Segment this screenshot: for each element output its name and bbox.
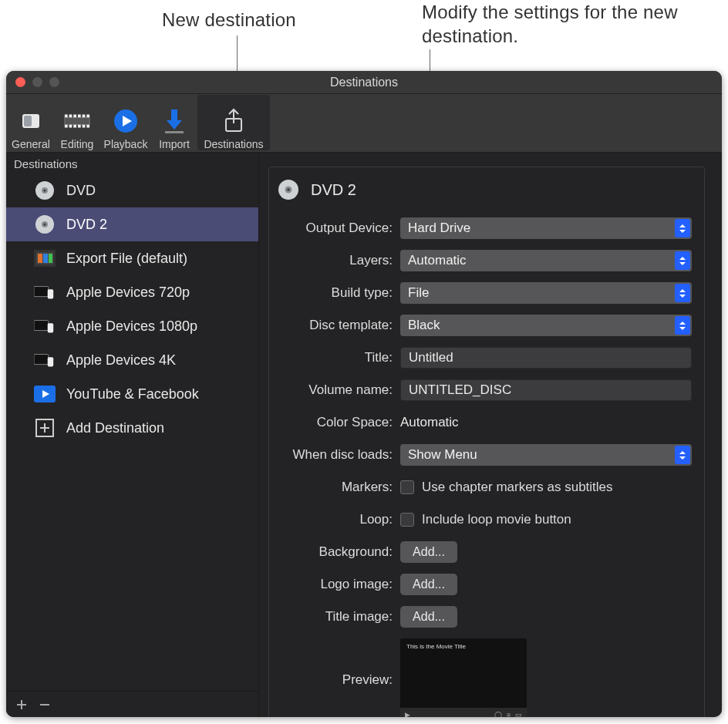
button-add-title-image[interactable]: Add... xyxy=(400,606,457,628)
add-button[interactable] xyxy=(14,697,29,712)
svg-rect-10 xyxy=(65,125,68,128)
tab-label: General xyxy=(12,138,50,150)
svg-rect-36 xyxy=(34,321,49,331)
label-layers: Layers: xyxy=(277,253,400,268)
sidebar-item-label: DVD 2 xyxy=(66,217,107,233)
preview-controls: ▶ ◯ ≡ ▭ xyxy=(400,708,527,717)
button-label: Add... xyxy=(413,578,445,591)
svg-point-50 xyxy=(287,188,290,191)
svg-point-25 xyxy=(44,190,46,192)
select-when-disc-loads[interactable]: Show Menu xyxy=(400,444,692,466)
button-add-background[interactable]: Add... xyxy=(400,541,457,563)
devices-icon xyxy=(34,315,56,337)
label-output-device: Output Device: xyxy=(277,221,400,236)
control-icon: ◯ xyxy=(494,711,502,717)
play-icon: ▶ xyxy=(405,711,410,717)
tab-label: Import xyxy=(159,138,190,150)
tab-general[interactable]: General xyxy=(8,95,54,150)
annotation-modify-settings: Modify the settings for the new destinat… xyxy=(422,0,699,48)
select-layers[interactable]: Automatic xyxy=(400,250,692,271)
svg-rect-6 xyxy=(73,114,76,117)
tab-label: Playback xyxy=(104,138,148,150)
input-volume-name[interactable]: UNTITLED_DISC xyxy=(400,379,692,401)
sidebar-footer xyxy=(6,691,258,717)
label-title: Title: xyxy=(277,350,400,365)
select-value: Show Menu xyxy=(408,447,477,463)
play-circle-icon xyxy=(112,107,140,135)
svg-rect-38 xyxy=(34,355,49,365)
svg-rect-31 xyxy=(38,254,42,263)
svg-rect-9 xyxy=(86,114,89,117)
checkbox-loop[interactable] xyxy=(400,513,414,527)
sidebar-item-dvd-2[interactable]: DVD 2 xyxy=(6,207,258,241)
sidebar-item-export-file[interactable]: Export File (default) xyxy=(6,241,258,275)
select-disc-template[interactable]: Black xyxy=(400,315,692,336)
svg-point-28 xyxy=(44,224,46,226)
control-icon: ▭ xyxy=(515,711,522,717)
svg-rect-7 xyxy=(78,114,81,117)
svg-rect-18 xyxy=(171,109,177,120)
svg-rect-13 xyxy=(78,125,81,128)
sidebar-item-label: Apple Devices 720p xyxy=(66,285,190,301)
label-logo-image: Logo image: xyxy=(277,577,400,592)
select-build-type[interactable]: File xyxy=(400,282,692,304)
svg-rect-37 xyxy=(48,323,53,332)
close-icon[interactable] xyxy=(15,77,25,87)
input-value: Untitled xyxy=(409,350,453,365)
youtube-icon xyxy=(34,383,56,405)
select-value: Automatic xyxy=(408,253,467,268)
label-preview: Preview: xyxy=(277,672,400,688)
sidebar-header: Destinations xyxy=(6,153,258,173)
annotation-new-destination: New destination xyxy=(162,9,332,31)
download-arrow-icon xyxy=(160,107,188,135)
annotation-text: Modify the settings for the new destinat… xyxy=(422,2,678,46)
svg-rect-11 xyxy=(69,125,72,128)
stepper-icon xyxy=(675,446,690,464)
minimize-icon[interactable] xyxy=(32,77,42,87)
select-output-device[interactable]: Hard Drive xyxy=(400,217,692,239)
disc-icon xyxy=(277,178,300,201)
select-value: Hard Drive xyxy=(408,221,470,236)
traffic-lights xyxy=(15,77,59,87)
sidebar: Destinations DVD DVD 2 xyxy=(6,153,259,717)
devices-icon xyxy=(34,349,56,371)
sidebar-item-apple-4k[interactable]: Apple Devices 4K xyxy=(6,343,258,377)
svg-rect-5 xyxy=(69,114,72,117)
label-background: Background: xyxy=(277,544,400,560)
sidebar-item-youtube-facebook[interactable]: YouTube & Facebook xyxy=(6,377,258,411)
label-loop: Loop: xyxy=(277,512,400,527)
tab-playback[interactable]: Playback xyxy=(100,95,151,150)
checkbox-markers[interactable] xyxy=(400,480,414,494)
svg-rect-14 xyxy=(83,125,86,128)
tab-destinations[interactable]: Destinations xyxy=(197,95,270,150)
content-area: Destinations DVD DVD 2 xyxy=(6,153,722,717)
input-title[interactable]: Untitled xyxy=(400,347,692,369)
window-title: Destinations xyxy=(6,76,722,89)
preferences-window: Destinations General Editing Playback Im… xyxy=(6,71,722,717)
label-title-image: Title image: xyxy=(277,609,400,625)
sidebar-item-apple-720p[interactable]: Apple Devices 720p xyxy=(6,275,258,309)
sidebar-item-label: Add Destination xyxy=(66,420,164,436)
sidebar-item-label: Apple Devices 1080p xyxy=(66,318,197,335)
maximize-icon[interactable] xyxy=(49,77,59,87)
sidebar-item-apple-1080p[interactable]: Apple Devices 1080p xyxy=(6,309,258,343)
tab-import[interactable]: Import xyxy=(151,95,197,150)
input-value: UNTITLED_DISC xyxy=(409,382,511,398)
remove-button[interactable] xyxy=(37,697,52,712)
sidebar-item-dvd[interactable]: DVD xyxy=(6,173,258,207)
svg-rect-8 xyxy=(83,114,86,117)
svg-marker-19 xyxy=(167,120,182,130)
preview-thumbnail[interactable]: This is the Movie Title ▶ ◯ ≡ ▭ xyxy=(400,638,527,717)
sidebar-item-add-destination[interactable]: Add Destination xyxy=(6,411,258,445)
tab-editing[interactable]: Editing xyxy=(54,95,100,150)
plus-box-icon xyxy=(34,417,56,439)
checkbox-label: Use chapter markers as subtitles xyxy=(422,480,613,495)
button-add-logo-image[interactable]: Add... xyxy=(400,574,457,595)
detail-panel: DVD 2 Output Device: Hard Drive Layers: … xyxy=(259,153,722,717)
stepper-icon xyxy=(675,284,690,302)
value-color-space: Automatic xyxy=(400,415,692,430)
button-label: Add... xyxy=(413,610,445,624)
detail-title: DVD 2 xyxy=(311,181,356,199)
preview-movie-title: This is the Movie Title xyxy=(400,638,527,650)
label-disc-template: Disc template: xyxy=(277,318,400,333)
